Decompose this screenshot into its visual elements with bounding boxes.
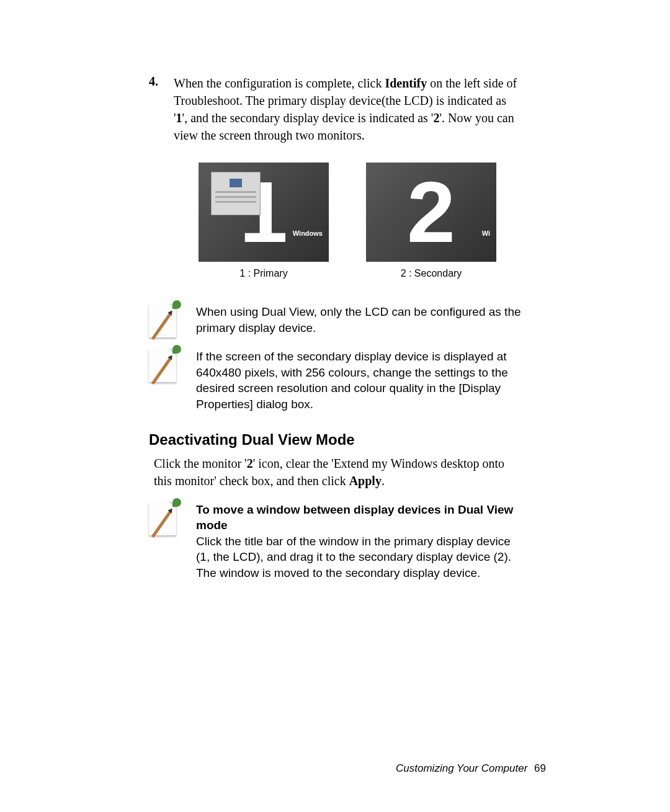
note-3: To move a window between display devices… xyxy=(149,502,521,581)
number-two: 2 xyxy=(247,457,253,470)
text-fragment: When the configuration is complete, clic… xyxy=(174,76,385,90)
figure-secondary: 2 Wi 2 : Secondary xyxy=(366,163,496,279)
page-footer: Customizing Your Computer 69 xyxy=(396,762,546,775)
note-2: If the screen of the secondary display d… xyxy=(149,349,521,413)
text-fragment: . xyxy=(382,474,385,488)
figure-caption-2: 2 : Secondary xyxy=(401,268,462,279)
big-number-2: 2 xyxy=(407,169,455,256)
note-text: If the screen of the secondary display d… xyxy=(196,349,521,413)
number-two: 2 xyxy=(433,111,439,125)
identify-word: Identify xyxy=(385,76,427,90)
secondary-screenshot: 2 Wi xyxy=(366,163,496,262)
apply-word: Apply xyxy=(349,474,382,488)
note-text: To move a window between display devices… xyxy=(196,502,521,581)
figure-caption-1: 1 : Primary xyxy=(239,268,287,279)
windows-label: Wi xyxy=(482,230,490,237)
step-text: When the configuration is complete, clic… xyxy=(174,74,521,144)
figure-row: 1 Windows 1 : Primary 2 Wi 2 : Secondary xyxy=(174,163,521,279)
footer-text: Customizing Your Computer xyxy=(396,762,527,774)
figure-primary: 1 Windows 1 : Primary xyxy=(199,163,329,279)
step-number: 4. xyxy=(149,74,174,144)
note-body: Click the title bar of the window in the… xyxy=(196,535,511,579)
page-number: 69 xyxy=(534,762,546,774)
note-icon xyxy=(149,349,184,382)
section-body: Click the monitor '2' icon, clear the 'E… xyxy=(154,455,521,489)
text-fragment: Click the monitor ' xyxy=(154,457,247,470)
dialog-icon xyxy=(211,172,261,215)
note-icon xyxy=(149,304,184,337)
note-icon xyxy=(149,502,184,535)
primary-screenshot: 1 Windows xyxy=(199,163,329,262)
section-heading: Deactivating Dual View Mode xyxy=(149,431,521,448)
windows-label: Windows xyxy=(293,230,323,237)
step-4: 4. When the configuration is complete, c… xyxy=(149,74,521,144)
document-page: 4. When the configuration is complete, c… xyxy=(0,0,670,812)
text-fragment: ', and the secondary display device is i… xyxy=(182,111,434,125)
note-title: To move a window between display devices… xyxy=(196,503,513,532)
note-1: When using Dual View, only the LCD can b… xyxy=(149,304,521,337)
number-one: 1 xyxy=(176,111,182,125)
note-text: When using Dual View, only the LCD can b… xyxy=(196,304,521,336)
